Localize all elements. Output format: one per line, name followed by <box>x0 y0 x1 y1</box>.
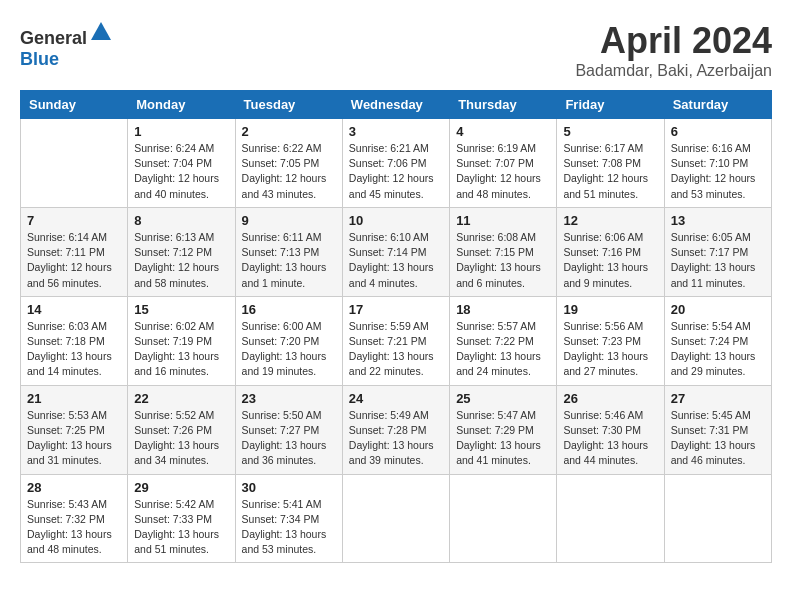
calendar-cell <box>664 474 771 563</box>
day-number: 15 <box>134 302 228 317</box>
day-info: Sunrise: 6:16 AM Sunset: 7:10 PM Dayligh… <box>671 141 765 202</box>
calendar-cell: 14Sunrise: 6:03 AM Sunset: 7:18 PM Dayli… <box>21 296 128 385</box>
day-info: Sunrise: 6:06 AM Sunset: 7:16 PM Dayligh… <box>563 230 657 291</box>
calendar-cell: 11Sunrise: 6:08 AM Sunset: 7:15 PM Dayli… <box>450 207 557 296</box>
day-number: 12 <box>563 213 657 228</box>
day-of-week-header: Monday <box>128 91 235 119</box>
calendar-cell: 20Sunrise: 5:54 AM Sunset: 7:24 PM Dayli… <box>664 296 771 385</box>
calendar-cell: 21Sunrise: 5:53 AM Sunset: 7:25 PM Dayli… <box>21 385 128 474</box>
day-number: 7 <box>27 213 121 228</box>
day-info: Sunrise: 5:41 AM Sunset: 7:34 PM Dayligh… <box>242 497 336 558</box>
calendar-cell: 6Sunrise: 6:16 AM Sunset: 7:10 PM Daylig… <box>664 119 771 208</box>
day-info: Sunrise: 5:46 AM Sunset: 7:30 PM Dayligh… <box>563 408 657 469</box>
day-info: Sunrise: 6:08 AM Sunset: 7:15 PM Dayligh… <box>456 230 550 291</box>
day-number: 2 <box>242 124 336 139</box>
calendar-week-row: 14Sunrise: 6:03 AM Sunset: 7:18 PM Dayli… <box>21 296 772 385</box>
day-of-week-header: Friday <box>557 91 664 119</box>
calendar-cell: 2Sunrise: 6:22 AM Sunset: 7:05 PM Daylig… <box>235 119 342 208</box>
day-info: Sunrise: 5:53 AM Sunset: 7:25 PM Dayligh… <box>27 408 121 469</box>
day-number: 24 <box>349 391 443 406</box>
day-info: Sunrise: 5:43 AM Sunset: 7:32 PM Dayligh… <box>27 497 121 558</box>
calendar-cell: 12Sunrise: 6:06 AM Sunset: 7:16 PM Dayli… <box>557 207 664 296</box>
day-number: 6 <box>671 124 765 139</box>
day-number: 29 <box>134 480 228 495</box>
calendar-cell: 5Sunrise: 6:17 AM Sunset: 7:08 PM Daylig… <box>557 119 664 208</box>
calendar-cell <box>342 474 449 563</box>
calendar-week-row: 28Sunrise: 5:43 AM Sunset: 7:32 PM Dayli… <box>21 474 772 563</box>
day-info: Sunrise: 6:13 AM Sunset: 7:12 PM Dayligh… <box>134 230 228 291</box>
calendar-body: 1Sunrise: 6:24 AM Sunset: 7:04 PM Daylig… <box>21 119 772 563</box>
day-number: 27 <box>671 391 765 406</box>
day-info: Sunrise: 6:05 AM Sunset: 7:17 PM Dayligh… <box>671 230 765 291</box>
calendar-week-row: 21Sunrise: 5:53 AM Sunset: 7:25 PM Dayli… <box>21 385 772 474</box>
day-info: Sunrise: 6:11 AM Sunset: 7:13 PM Dayligh… <box>242 230 336 291</box>
calendar-week-row: 7Sunrise: 6:14 AM Sunset: 7:11 PM Daylig… <box>21 207 772 296</box>
day-number: 10 <box>349 213 443 228</box>
calendar-cell: 22Sunrise: 5:52 AM Sunset: 7:26 PM Dayli… <box>128 385 235 474</box>
day-info: Sunrise: 5:45 AM Sunset: 7:31 PM Dayligh… <box>671 408 765 469</box>
logo: General Blue <box>20 20 113 70</box>
day-info: Sunrise: 6:02 AM Sunset: 7:19 PM Dayligh… <box>134 319 228 380</box>
day-info: Sunrise: 5:54 AM Sunset: 7:24 PM Dayligh… <box>671 319 765 380</box>
calendar-cell: 25Sunrise: 5:47 AM Sunset: 7:29 PM Dayli… <box>450 385 557 474</box>
day-of-week-header: Tuesday <box>235 91 342 119</box>
calendar-cell: 19Sunrise: 5:56 AM Sunset: 7:23 PM Dayli… <box>557 296 664 385</box>
page-header: General Blue April 2024 Badamdar, Baki, … <box>20 20 772 80</box>
calendar-cell <box>450 474 557 563</box>
day-of-week-header: Thursday <box>450 91 557 119</box>
day-info: Sunrise: 5:50 AM Sunset: 7:27 PM Dayligh… <box>242 408 336 469</box>
calendar-table: SundayMondayTuesdayWednesdayThursdayFrid… <box>20 90 772 563</box>
day-info: Sunrise: 5:59 AM Sunset: 7:21 PM Dayligh… <box>349 319 443 380</box>
day-number: 20 <box>671 302 765 317</box>
calendar-cell: 30Sunrise: 5:41 AM Sunset: 7:34 PM Dayli… <box>235 474 342 563</box>
day-info: Sunrise: 6:22 AM Sunset: 7:05 PM Dayligh… <box>242 141 336 202</box>
day-info: Sunrise: 6:17 AM Sunset: 7:08 PM Dayligh… <box>563 141 657 202</box>
day-number: 4 <box>456 124 550 139</box>
calendar-cell: 3Sunrise: 6:21 AM Sunset: 7:06 PM Daylig… <box>342 119 449 208</box>
day-info: Sunrise: 6:03 AM Sunset: 7:18 PM Dayligh… <box>27 319 121 380</box>
calendar-cell: 23Sunrise: 5:50 AM Sunset: 7:27 PM Dayli… <box>235 385 342 474</box>
day-number: 13 <box>671 213 765 228</box>
title-area: April 2024 Badamdar, Baki, Azerbaijan <box>575 20 772 80</box>
day-info: Sunrise: 5:47 AM Sunset: 7:29 PM Dayligh… <box>456 408 550 469</box>
calendar-cell: 24Sunrise: 5:49 AM Sunset: 7:28 PM Dayli… <box>342 385 449 474</box>
month-title: April 2024 <box>575 20 772 62</box>
location-title: Badamdar, Baki, Azerbaijan <box>575 62 772 80</box>
day-number: 18 <box>456 302 550 317</box>
calendar-cell: 15Sunrise: 6:02 AM Sunset: 7:19 PM Dayli… <box>128 296 235 385</box>
day-number: 14 <box>27 302 121 317</box>
day-number: 8 <box>134 213 228 228</box>
day-info: Sunrise: 5:49 AM Sunset: 7:28 PM Dayligh… <box>349 408 443 469</box>
day-info: Sunrise: 6:24 AM Sunset: 7:04 PM Dayligh… <box>134 141 228 202</box>
day-info: Sunrise: 6:00 AM Sunset: 7:20 PM Dayligh… <box>242 319 336 380</box>
logo-icon <box>89 20 113 44</box>
calendar-cell: 17Sunrise: 5:59 AM Sunset: 7:21 PM Dayli… <box>342 296 449 385</box>
calendar-cell: 7Sunrise: 6:14 AM Sunset: 7:11 PM Daylig… <box>21 207 128 296</box>
calendar-cell: 18Sunrise: 5:57 AM Sunset: 7:22 PM Dayli… <box>450 296 557 385</box>
day-number: 23 <box>242 391 336 406</box>
day-number: 30 <box>242 480 336 495</box>
day-info: Sunrise: 5:57 AM Sunset: 7:22 PM Dayligh… <box>456 319 550 380</box>
logo-blue: Blue <box>20 49 59 69</box>
calendar-cell: 16Sunrise: 6:00 AM Sunset: 7:20 PM Dayli… <box>235 296 342 385</box>
svg-marker-0 <box>91 22 111 40</box>
day-number: 22 <box>134 391 228 406</box>
day-info: Sunrise: 6:14 AM Sunset: 7:11 PM Dayligh… <box>27 230 121 291</box>
day-number: 16 <box>242 302 336 317</box>
day-number: 1 <box>134 124 228 139</box>
day-number: 25 <box>456 391 550 406</box>
day-number: 3 <box>349 124 443 139</box>
calendar-cell <box>557 474 664 563</box>
day-number: 11 <box>456 213 550 228</box>
day-info: Sunrise: 5:42 AM Sunset: 7:33 PM Dayligh… <box>134 497 228 558</box>
day-number: 17 <box>349 302 443 317</box>
day-of-week-header: Wednesday <box>342 91 449 119</box>
calendar-cell: 28Sunrise: 5:43 AM Sunset: 7:32 PM Dayli… <box>21 474 128 563</box>
day-info: Sunrise: 6:10 AM Sunset: 7:14 PM Dayligh… <box>349 230 443 291</box>
day-info: Sunrise: 5:56 AM Sunset: 7:23 PM Dayligh… <box>563 319 657 380</box>
calendar-cell: 4Sunrise: 6:19 AM Sunset: 7:07 PM Daylig… <box>450 119 557 208</box>
calendar-cell <box>21 119 128 208</box>
day-number: 28 <box>27 480 121 495</box>
day-of-week-header: Sunday <box>21 91 128 119</box>
logo-general: General <box>20 28 87 48</box>
